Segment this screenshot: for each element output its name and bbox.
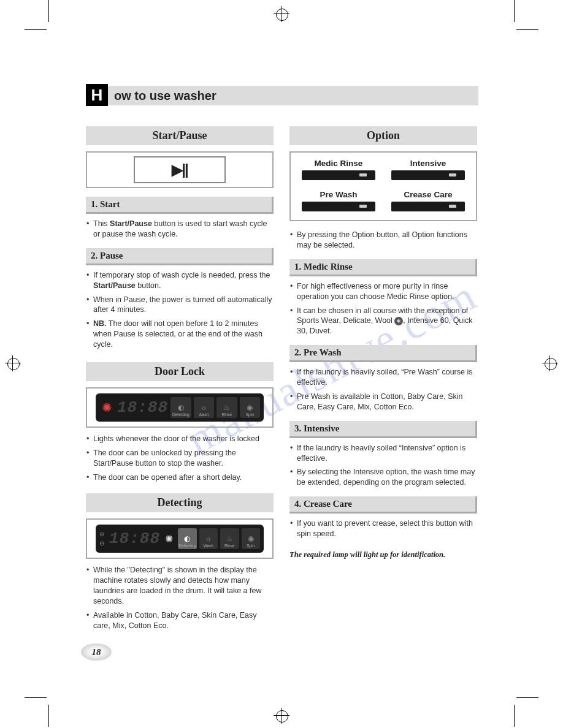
option-button-icon <box>391 170 465 180</box>
left-column: Start/Pause ▶|| 1. Start This Start/Paus… <box>86 126 274 635</box>
led-indicators-icon: ⊖⊖ <box>99 531 104 547</box>
option-button-icon <box>302 202 375 211</box>
crop-mark <box>25 29 47 30</box>
section-detecting: Detecting <box>86 493 274 512</box>
heading-start: 1. Start <box>86 197 274 214</box>
stage-label: Spin <box>246 412 254 417</box>
registration-mark-icon <box>274 708 289 724</box>
stage-wash: ☼Wash <box>199 528 218 549</box>
option-button-icon <box>391 202 465 211</box>
bullet: This Start/Pause button is used to start… <box>86 219 274 240</box>
heading-pause: 2. Pause <box>86 248 274 265</box>
crop-mark <box>48 705 49 727</box>
section-door-lock: Door Lock <box>86 362 274 381</box>
bullet: By selecting the Intensive option, the w… <box>289 467 477 488</box>
stage-detecting: ◐Detecting <box>170 397 191 418</box>
registration-mark-icon <box>542 355 558 371</box>
crop-mark <box>25 697 47 698</box>
stage-spin: ◉Spin <box>240 397 261 418</box>
stage-wash: ☼Wash <box>194 397 215 418</box>
crop-mark <box>514 705 515 727</box>
bullet: It can be chosen in all course with the … <box>289 306 477 337</box>
sun-icon: ✺ <box>165 533 173 545</box>
option-button-icon <box>302 170 375 180</box>
bullet: For high effectiveness or more purity in… <box>289 281 477 302</box>
wool-icon: ✱ <box>394 317 403 325</box>
detecting-display-frame: ⊖⊖ 18:88 ✺ ◐Detecting ☼Wash ♨Rinse ◉Spin <box>86 518 274 559</box>
option-panel: Medic Rinse Intensive Pre Wash Crease Ca… <box>289 151 477 221</box>
heading-intensive: 3. Intensive <box>289 421 477 438</box>
bullet: By pressing the Option button, all Optio… <box>289 230 477 251</box>
page-title: ow to use washer <box>108 89 216 103</box>
stage-rinse: ♨Rinse <box>220 528 239 549</box>
heading-pre-wash: 2. Pre Wash <box>289 345 477 362</box>
option-label: Medic Rinse <box>302 159 375 168</box>
option-label: Pre Wash <box>302 190 375 199</box>
door-lock-display: ✺ 18:88 ◐Detecting ☼Wash ♨Rinse ◉Spin <box>96 393 264 422</box>
stage-rinse: ♨Rinse <box>216 397 237 418</box>
bullet: Pre Wash is available in Cotton, Baby Ca… <box>289 392 477 412</box>
right-column: Option Medic Rinse Intensive Pre Wash <box>289 126 477 635</box>
stage-label: Wash <box>204 544 213 548</box>
bullet: NB. The door will not open before 1 to 2… <box>86 319 274 350</box>
option-label: Crease Care <box>391 190 465 199</box>
stage-spin: ◉Spin <box>242 528 261 549</box>
crop-mark <box>516 29 538 30</box>
stage-label: Wash <box>199 412 209 417</box>
bullet: If you want to prevent crease, select th… <box>289 518 477 539</box>
section-start-pause: Start/Pause <box>86 126 274 145</box>
option-label: Intensive <box>391 159 465 168</box>
bullet: If the laundry is heavily soiled, “Pre W… <box>289 367 477 388</box>
option-pre-wash: Pre Wash <box>302 190 375 211</box>
display-digits: 18:88 <box>117 398 168 417</box>
lock-light-icon: ✺ <box>102 400 112 415</box>
bullet: Available in Cotton, Baby Care, Skin Car… <box>86 610 274 631</box>
text: button. <box>136 281 161 290</box>
display-digits: 18:88 <box>109 529 160 548</box>
stage-label: Detecting <box>179 544 196 548</box>
text: If temporary stop of wash cycle is neede… <box>93 271 270 279</box>
stage-label: Rinse <box>221 412 232 417</box>
section-option: Option <box>289 126 477 145</box>
text: The door will not open before 1 to 2 min… <box>93 319 262 349</box>
option-crease-care: Crease Care <box>391 190 465 211</box>
play-pause-icon: ▶|| <box>134 156 226 183</box>
title-badge: H <box>86 84 108 106</box>
page-title-bar: H ow to use washer <box>86 86 478 105</box>
bullet: When in Pause, the power is turned off a… <box>86 295 274 316</box>
option-medic-rinse: Medic Rinse <box>302 159 375 180</box>
stage-detecting-active: ◐Detecting <box>178 528 197 549</box>
stage-label: Spin <box>247 544 255 548</box>
option-intensive: Intensive <box>391 159 465 180</box>
text: This <box>93 219 110 228</box>
text-bold: Start/Pause <box>110 219 152 228</box>
heading-medic-rinse: 1. Medic Rinse <box>289 259 477 276</box>
crop-mark <box>516 697 538 698</box>
registration-mark-icon <box>5 355 21 371</box>
heading-crease-care: 4. Crease Care <box>289 496 477 514</box>
bullet: If the laundry is heavily soiled “Intens… <box>289 443 477 464</box>
door-lock-display-frame: ✺ 18:88 ◐Detecting ☼Wash ♨Rinse ◉Spin <box>86 387 274 428</box>
stage-label: Rinse <box>224 544 235 548</box>
page-number: 18 <box>81 643 112 661</box>
bullet: While the "Detecting" is shown in the di… <box>86 565 274 607</box>
text-bold: Start/Pause <box>93 281 136 290</box>
start-pause-display: ▶|| <box>86 151 274 188</box>
bullet: The door can be opened after a short del… <box>86 472 274 483</box>
text-bold: NB. <box>93 319 107 328</box>
stage-label: Detecting <box>172 412 189 417</box>
detecting-display: ⊖⊖ 18:88 ✺ ◐Detecting ☼Wash ♨Rinse ◉Spin <box>96 525 264 553</box>
bullet: The door can be unlocked by pressing the… <box>86 448 274 469</box>
bullet: If temporary stop of wash cycle is neede… <box>86 270 274 291</box>
footnote: The required lamp will light up for iden… <box>289 550 477 559</box>
crop-mark <box>48 0 49 22</box>
bullet: Lights whenever the door of the washer i… <box>86 434 274 444</box>
registration-mark-icon <box>274 6 289 22</box>
crop-mark <box>514 0 515 22</box>
